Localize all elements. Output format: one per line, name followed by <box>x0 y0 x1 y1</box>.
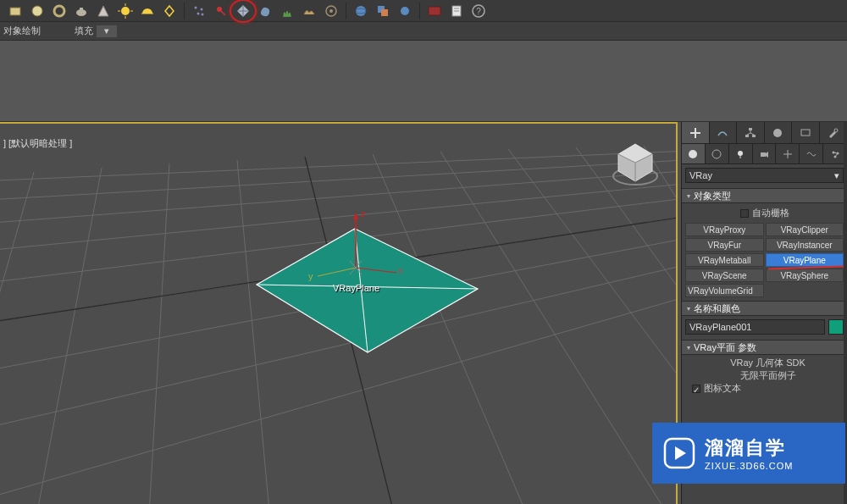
watermark-title: 溜溜自学 <box>705 435 793 461</box>
globe-small-icon[interactable] <box>395 2 415 20</box>
svg-point-14 <box>201 8 203 10</box>
shapes-subtab[interactable] <box>706 144 729 163</box>
axis-y-label: y <box>308 271 313 281</box>
svg-rect-85 <box>761 152 766 157</box>
svg-text:?: ? <box>476 7 481 16</box>
vrayproxy-button[interactable]: VRayProxy <box>685 223 764 236</box>
helpers-subtab[interactable] <box>776 144 800 163</box>
vrayvolumegrid-button[interactable]: VRayVolumeGrid <box>685 284 764 297</box>
svg-line-36 <box>0 158 678 202</box>
cameras-subtab[interactable] <box>753 144 777 163</box>
panel-main-tabs <box>682 122 847 144</box>
svg-point-81 <box>689 150 697 158</box>
viewport-grid <box>0 124 678 504</box>
modify-tab[interactable] <box>710 122 738 143</box>
geometry-subtab[interactable] <box>682 144 706 163</box>
icontext-checkbox[interactable]: ✓ <box>692 385 700 393</box>
svg-line-93 <box>835 153 838 157</box>
sub-toolbar: 对象绘制 填充 ▾ <box>0 22 847 41</box>
svg-rect-27 <box>381 9 388 16</box>
help-icon[interactable]: ? <box>468 2 489 20</box>
svg-point-28 <box>401 7 409 15</box>
panel-sub-tabs <box>682 144 847 164</box>
svg-point-3 <box>76 9 86 16</box>
viewport[interactable]: ] [默认明暗处理 ] <box>0 122 678 504</box>
svg-marker-12 <box>165 6 174 16</box>
primitive-cone-icon[interactable] <box>93 2 113 20</box>
svg-point-13 <box>195 6 197 8</box>
lights-subtab[interactable] <box>729 144 753 163</box>
object-name-input[interactable] <box>685 319 825 335</box>
primitive-torus-icon[interactable] <box>49 2 69 20</box>
hierarchy-tab[interactable] <box>737 122 765 143</box>
svg-point-6 <box>121 7 130 15</box>
vraymetaball-button[interactable]: VRayMetaball <box>685 253 764 267</box>
svg-rect-0 <box>10 8 20 15</box>
pin-icon[interactable] <box>211 2 231 20</box>
svg-point-83 <box>738 151 743 156</box>
autogrid-label: 自动栅格 <box>752 207 789 219</box>
ies-light-icon[interactable] <box>159 2 180 20</box>
hf-icon[interactable] <box>299 2 319 20</box>
svg-point-2 <box>54 6 64 16</box>
fill-dropdown-icon[interactable]: ▾ <box>97 25 117 37</box>
svg-line-47 <box>237 160 271 504</box>
svg-marker-5 <box>98 6 108 16</box>
spacewarps-subtab[interactable] <box>800 144 823 163</box>
ox-icon[interactable] <box>321 2 341 20</box>
render-icon[interactable] <box>424 2 445 20</box>
rollout-name-color[interactable]: 名称和颜色 <box>682 301 847 316</box>
grass-icon[interactable] <box>277 2 297 20</box>
notes-icon[interactable] <box>446 2 467 20</box>
vrayclipper-button[interactable]: VRayClipper <box>766 223 844 236</box>
primitive-box-icon[interactable] <box>5 2 25 20</box>
svg-line-45 <box>34 168 102 504</box>
primitive-sphere-icon[interactable] <box>27 2 47 20</box>
vrayscene-button[interactable]: VRayScene <box>685 269 764 282</box>
vraysphere-button[interactable]: VRaySphere <box>766 269 844 282</box>
icontext-label: 图标文本 <box>704 382 741 395</box>
viewcube[interactable] <box>610 139 661 190</box>
vrayinstancer-button[interactable]: VRayInstancer <box>766 238 844 252</box>
svg-line-76 <box>747 133 750 135</box>
svg-point-16 <box>202 13 204 15</box>
blob-icon[interactable] <box>255 2 275 20</box>
svg-line-35 <box>0 149 678 182</box>
svg-line-46 <box>148 163 169 504</box>
rollout-object-types[interactable]: 对象类型 <box>682 188 847 203</box>
axis-z-label: z <box>361 208 366 219</box>
svg-point-1 <box>32 6 42 16</box>
svg-rect-73 <box>745 135 749 137</box>
svg-rect-72 <box>749 128 752 130</box>
globe-icon[interactable] <box>351 2 371 20</box>
svg-rect-74 <box>752 135 756 137</box>
vrayfur-button[interactable]: VRayFur <box>685 238 764 252</box>
svg-rect-4 <box>80 8 83 10</box>
create-tab[interactable] <box>682 122 710 143</box>
light-icon[interactable] <box>115 2 136 20</box>
watermark-logo-icon <box>662 436 696 470</box>
vrayplane-button[interactable]: VRayPlane <box>766 253 844 267</box>
object-color-swatch[interactable] <box>828 319 844 335</box>
geometry-icon[interactable] <box>233 2 253 20</box>
svg-rect-79 <box>801 130 810 136</box>
svg-marker-59 <box>353 213 358 219</box>
svg-line-18 <box>221 11 225 15</box>
autogrid-checkbox[interactable] <box>740 209 749 218</box>
watermark-url: ZIXUE.3D66.COM <box>705 461 793 471</box>
param-text-1: VRay 几何体 SDK <box>692 357 844 369</box>
motion-tab[interactable] <box>765 122 793 143</box>
display-tab[interactable] <box>792 122 820 143</box>
particles-icon[interactable] <box>189 2 209 20</box>
category-dropdown[interactable]: VRay▾ <box>685 168 844 183</box>
svg-point-23 <box>329 9 333 13</box>
ribbon-area <box>0 41 847 122</box>
svg-point-82 <box>712 150 721 158</box>
rollout-vrayplane-params[interactable]: VRay平面 参数 <box>682 340 847 355</box>
layers-icon[interactable] <box>373 2 393 20</box>
primitive-teapot-icon[interactable] <box>71 2 91 20</box>
fill-label[interactable]: 填充 ▾ <box>75 25 117 37</box>
svg-marker-95 <box>675 446 686 460</box>
object-draw-label[interactable]: 对象绘制 <box>3 25 41 37</box>
dome-light-icon[interactable] <box>137 2 158 20</box>
